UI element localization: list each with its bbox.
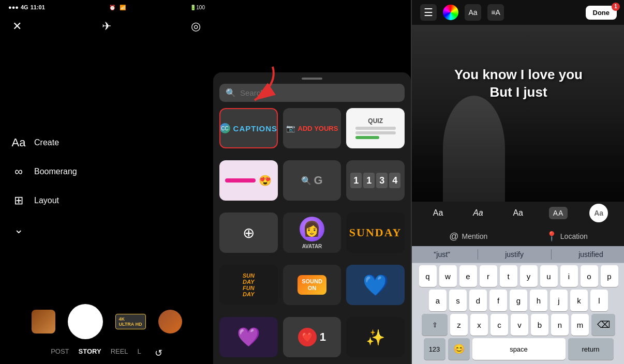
key-h[interactable]: h [530, 290, 547, 311]
time-display: 11:01 [31, 4, 45, 10]
sticker-search-gif[interactable]: 🔍 G [283, 160, 341, 201]
keyboard-row-4: 123 😊 space return [413, 338, 624, 360]
font-option-3[interactable]: Aa [509, 206, 527, 220]
key-g[interactable]: g [510, 290, 527, 311]
close-button[interactable]: ✕ [12, 20, 22, 33]
color-wheel[interactable] [443, 5, 458, 20]
space-key[interactable]: space [472, 338, 566, 360]
key-v[interactable]: v [511, 314, 528, 336]
search-gif-icon: 🔍 [301, 176, 311, 186]
font-option-2[interactable]: Aa [469, 206, 487, 220]
sticker-sparkle[interactable]: ✨ [346, 317, 405, 357]
key-n[interactable]: n [551, 314, 569, 336]
key-w[interactable]: w [439, 265, 457, 287]
sidebar-item-boomerang[interactable]: ∞ Boomerang [10, 163, 77, 180]
add-yours-label: ADD YOURS [298, 125, 338, 132]
return-key[interactable]: return [568, 338, 614, 360]
key-u[interactable]: u [540, 265, 558, 287]
key-x[interactable]: x [470, 314, 488, 336]
key-a[interactable]: a [429, 290, 447, 311]
sticker-heart-purple[interactable]: 💜 [219, 317, 278, 357]
search-bar[interactable]: 🔍 [219, 84, 405, 102]
quiz-inner: QUIZ [352, 114, 399, 142]
font-option-1[interactable]: Aa [429, 206, 448, 220]
key-s[interactable]: s [449, 290, 467, 311]
sticker-sunday[interactable]: SUNDAY [346, 213, 405, 253]
settings-icon[interactable]: ◎ [191, 20, 201, 33]
sticker-add-yours[interactable]: 📷 ADD YOURS [283, 108, 341, 148]
sidebar-item-create[interactable]: Aa Create [10, 134, 77, 151]
key-p[interactable]: p [601, 265, 618, 287]
refresh-icon[interactable]: ↺ [155, 347, 162, 359]
sticker-like[interactable]: ❤️ 1 [283, 317, 341, 357]
tab-story[interactable]: STORY [79, 347, 101, 359]
key-z[interactable]: z [450, 314, 468, 336]
captions-inner: CC CAPTIONS [220, 123, 278, 133]
search-input[interactable] [240, 88, 398, 97]
action-row: @ Mention 📍 Location [412, 226, 624, 246]
tab-reel[interactable]: REEL [111, 347, 128, 359]
location-pin-icon: 📍 [546, 231, 557, 242]
key-b[interactable]: b [531, 314, 548, 336]
sticker-sound-on[interactable]: SOUNDON [283, 265, 341, 305]
mention-label: Mention [462, 232, 488, 240]
done-button[interactable]: Done 1 [586, 6, 617, 20]
font-option-4[interactable]: AA [549, 207, 568, 219]
font-align-icon[interactable]: ≡A [487, 4, 504, 21]
shutter-button[interactable] [68, 304, 103, 339]
key-f[interactable]: f [489, 290, 507, 311]
top-bar: ✕ ✈ ◎ [0, 14, 213, 38]
sticker-heart-blue[interactable]: 💙 [346, 265, 405, 305]
sidebar-item-more[interactable]: ⌄ [10, 221, 77, 238]
key-j[interactable]: j [550, 290, 568, 311]
like-heart-icon: ❤️ [298, 328, 317, 346]
keyboard: q w e r t y u i o p a s d f g h j k l ⇧ … [412, 263, 624, 364]
done-badge: 1 [612, 3, 620, 11]
sticker-drawer: 🔍 CC CAPTIONS 📷 ADD YOURS [213, 72, 411, 364]
captions-cc-icon: CC [220, 123, 230, 133]
portrait-thumbnail[interactable] [158, 310, 182, 333]
location-button[interactable]: 📍 Location [546, 231, 588, 242]
gallery-thumbnail[interactable] [32, 310, 55, 333]
shift-key[interactable]: ⇧ [422, 314, 448, 336]
key-c[interactable]: c [491, 314, 508, 336]
text-size-icon[interactable]: Aa [465, 4, 481, 21]
sticker-poll[interactable]: 😍 [219, 160, 278, 201]
delete-key[interactable]: ⌫ [591, 314, 615, 336]
key-o[interactable]: o [581, 265, 598, 287]
quiz-label: QUIZ [355, 117, 396, 125]
sticker-quiz[interactable]: QUIZ [346, 108, 405, 148]
sidebar-item-layout[interactable]: ⊞ Layout [10, 192, 77, 209]
flash-off-icon[interactable]: ✈ [102, 20, 111, 33]
sticker-countdown[interactable]: 1 1 3 4 [346, 160, 405, 201]
add-icon: ⊕ [243, 224, 255, 241]
key-y[interactable]: y [520, 265, 538, 287]
numbers-key[interactable]: 123 [424, 338, 445, 360]
key-i[interactable]: i [560, 265, 578, 287]
key-q[interactable]: q [419, 265, 437, 287]
avatar-image: 👩 [300, 217, 324, 241]
tab-post[interactable]: POST [51, 347, 69, 359]
key-k[interactable]: k [570, 290, 588, 311]
font-color-circle[interactable]: Aa [589, 204, 608, 222]
key-r[interactable]: r [480, 265, 497, 287]
mention-button[interactable]: @ Mention [449, 231, 487, 242]
key-e[interactable]: e [459, 265, 477, 287]
captions-label: CAPTIONS [233, 124, 278, 133]
sticker-sunfunday[interactable]: SUNDAYFUNDAY [219, 265, 278, 305]
tab-live[interactable]: L [138, 347, 141, 359]
divider-2 [551, 249, 552, 260]
key-l[interactable]: l [590, 290, 608, 311]
key-d[interactable]: d [469, 290, 487, 311]
sticker-avatar[interactable]: 👩 AVATAR [283, 213, 341, 253]
emoji-key[interactable]: 😊 [448, 338, 470, 360]
digit-4: 4 [389, 173, 400, 188]
autocomplete-1[interactable]: "just" [429, 249, 454, 260]
key-t[interactable]: t [500, 265, 517, 287]
autocomplete-3[interactable]: justified [574, 249, 607, 260]
autocomplete-2[interactable]: justify [501, 249, 528, 260]
key-m[interactable]: m [571, 314, 589, 336]
sticker-add[interactable]: ⊕ [219, 213, 278, 253]
hamburger-icon[interactable]: ☰ [420, 4, 437, 21]
sticker-captions[interactable]: CC CAPTIONS [219, 108, 278, 148]
